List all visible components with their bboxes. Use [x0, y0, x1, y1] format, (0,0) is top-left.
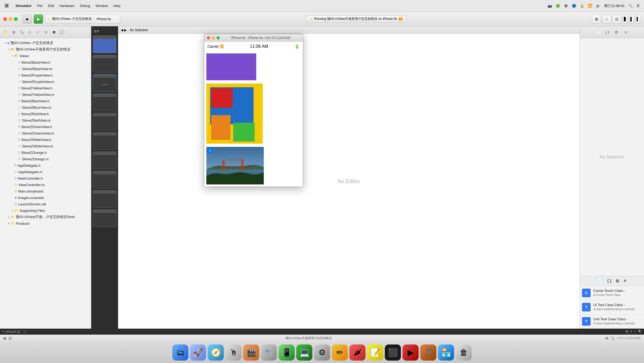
slide-9[interactable]: [93, 190, 116, 208]
dock-sketch[interactable]: ✏: [332, 344, 348, 361]
tree-item-orange-m[interactable]: m SteveZOrange.m: [0, 156, 91, 162]
dock-trash[interactable]: 🗑: [456, 344, 472, 361]
right-list-icon[interactable]: ≡: [622, 28, 630, 36]
nav-warning-icon[interactable]: ⚠: [26, 29, 33, 36]
sim-plus-button[interactable]: +: [207, 148, 213, 153]
dock-tools[interactable]: 🔧: [261, 344, 277, 361]
tree-item-white-h[interactable]: h SteveZWhiteView.h: [0, 136, 91, 143]
statusbar-icon-2[interactable]: ⊡: [9, 336, 12, 340]
statusbar-icon-4[interactable]: 🔍: [610, 336, 615, 340]
tree-item-launchscreen[interactable]: ⊞ LaunchScreen.xib: [0, 201, 91, 207]
scheme-selector[interactable]: ⚠ 预03-UIView--户交互的情况 | iPhone 6s: [45, 14, 120, 24]
stop-button[interactable]: ■: [23, 14, 32, 24]
uitouch-expand-arrow[interactable]: ▾: [2, 330, 3, 333]
dock-paprika[interactable]: 🌶: [349, 344, 365, 361]
slide-10[interactable]: [93, 209, 116, 227]
tree-item-purple-h[interactable]: h SteveZPurpleView.h: [0, 72, 91, 78]
layout-center-btn[interactable]: ↔: [602, 14, 611, 24]
tree-item-viewcontroller-h[interactable]: h ViewController.h: [0, 175, 91, 182]
apple-menu-icon[interactable]: ⌘: [4, 3, 9, 9]
statusbar-icon-3[interactable]: ⊞: [605, 336, 608, 340]
dock-finder[interactable]: 🗂: [172, 344, 188, 361]
slide-6[interactable]: [93, 132, 116, 150]
right-gear-icon[interactable]: ⚙: [613, 28, 620, 36]
nav-debug-icon[interactable]: ⊙: [42, 29, 49, 36]
tree-item-stevebase-h[interactable]: h SteveZBaseView.h: [0, 59, 91, 66]
project-root[interactable]: ◈ 预03-UIView--户交互的情况: [0, 40, 91, 46]
tree-item-red-m[interactable]: m SteveZRedView.m: [0, 117, 91, 124]
tree-item-stevebase-m[interactable]: m SteveZBaseView.m: [0, 66, 91, 72]
statusbar-icon-1[interactable]: ⊞: [3, 336, 6, 340]
nav-report-icon[interactable]: 💬: [58, 29, 65, 36]
tree-item-green-m[interactable]: m SteveZGreenView.m: [0, 130, 91, 136]
view-btn-1[interactable]: ▋: [623, 14, 628, 24]
tree-item-purple-m[interactable]: m SteveZPurpleView.m: [0, 78, 91, 85]
uitouch-icon-3[interactable]: +: [634, 330, 636, 333]
minimize-button[interactable]: [9, 17, 12, 21]
menu-hardware[interactable]: Hardware: [59, 4, 74, 8]
tree-item-red-h[interactable]: h SteveZRedView.h: [0, 111, 91, 117]
dock-terminal2[interactable]: ⬛: [385, 344, 401, 361]
tree-item-blue-h[interactable]: h SteveZBlueView.h: [0, 98, 91, 104]
slide-4[interactable]: [93, 93, 116, 111]
slide-3[interactable]: UIView不: [93, 74, 116, 92]
right-code-icon[interactable]: { }: [604, 28, 611, 36]
sim-minimize[interactable]: [212, 36, 215, 39]
menu-simulator[interactable]: Simulator: [16, 4, 32, 8]
right-file-icon[interactable]: 📄: [595, 28, 602, 36]
class-file-icon[interactable]: 📄: [598, 278, 603, 284]
dock-media[interactable]: ▶: [402, 344, 419, 361]
class-gear-icon2[interactable]: ⚙: [616, 278, 619, 284]
search-icon[interactable]: 🔍: [628, 4, 633, 8]
run-button[interactable]: ▶: [34, 14, 43, 24]
nav-breakpoint-icon[interactable]: ⬟: [50, 29, 57, 36]
tree-item-appdelegate-h[interactable]: h AppDelegate.h: [0, 162, 91, 169]
dock-terminal[interactable]: 💻: [296, 344, 312, 361]
slide-2[interactable]: [93, 55, 116, 72]
tree-item-appdelegate-m[interactable]: m AppDelegate.m: [0, 169, 91, 175]
sim-fullscreen[interactable]: [217, 36, 220, 39]
tree-item-products[interactable]: 📁 Products: [0, 220, 91, 227]
dock-notes[interactable]: 📝: [367, 344, 383, 361]
nav-source-icon[interactable]: ⊞: [10, 29, 17, 36]
menu-help[interactable]: Help: [113, 4, 120, 8]
slide-5[interactable]: [93, 113, 116, 130]
class-ui-test[interactable]: T UI Test Case Class - A class implement…: [580, 300, 644, 314]
tree-item-main-storyboard[interactable]: ⊞ Main.storyboard: [0, 188, 91, 194]
forward-btn[interactable]: ▶: [124, 28, 127, 32]
uitouch-icon-4[interactable]: 🔍: [638, 330, 642, 333]
layout-left-btn[interactable]: ⊞: [592, 14, 601, 24]
nav-folder-icon[interactable]: 📁: [2, 29, 9, 36]
dock-system-prefs[interactable]: ⚙: [314, 344, 330, 361]
slide-1[interactable]: [93, 35, 116, 53]
sim-close[interactable]: [207, 36, 210, 39]
views-folder[interactable]: 📂 Views: [0, 53, 91, 59]
menu-file[interactable]: File: [37, 4, 43, 8]
tree-item-yellow-m[interactable]: m SteveZYellowView.m: [0, 91, 91, 98]
dock-mouse[interactable]: 🖱: [225, 344, 241, 361]
close-button[interactable]: [3, 17, 7, 21]
tree-item-blue-m[interactable]: m SteveZBlueView.m: [0, 104, 91, 111]
tree-item-white-m[interactable]: m SteveZWhiteView.m: [0, 143, 91, 149]
menu-edit[interactable]: Edit: [48, 4, 54, 8]
tree-item-green-h[interactable]: h SteveZGreenView.h: [0, 124, 91, 130]
slide-8[interactable]: [93, 171, 116, 188]
dock-appstore[interactable]: 🏪: [438, 344, 454, 361]
tree-item-tests[interactable]: 📁 预03-UIView不接…户交互的情况Tests: [0, 214, 91, 220]
uitouch-icon-1[interactable]: ⊞: [626, 330, 628, 333]
dock-video[interactable]: 🎬: [243, 344, 259, 361]
fullscreen-button[interactable]: [14, 17, 18, 21]
dock-launchpad[interactable]: 🚀: [190, 344, 206, 361]
tree-item-orange-h[interactable]: h SteveZOrange.h: [0, 149, 91, 156]
tree-item-images[interactable]: ◈ Images.xcassets: [0, 194, 91, 201]
dock-safari[interactable]: 🧭: [208, 344, 224, 361]
dock-phone[interactable]: 📱: [279, 344, 295, 361]
slide-7[interactable]: [93, 151, 116, 169]
view-btn-2[interactable]: ▌: [629, 14, 634, 24]
tree-item-yellow-h[interactable]: h SteveZYellowView.h: [0, 85, 91, 91]
layout-right-btn[interactable]: ⊡: [612, 14, 621, 24]
class-cocoa-touch[interactable]: C Cocoa Touch Class - A Cocoa Touch clas…: [580, 286, 644, 300]
class-brace-icon[interactable]: { }: [607, 278, 611, 284]
back-btn[interactable]: ◀: [121, 28, 123, 32]
menu-window[interactable]: Window: [96, 4, 108, 8]
